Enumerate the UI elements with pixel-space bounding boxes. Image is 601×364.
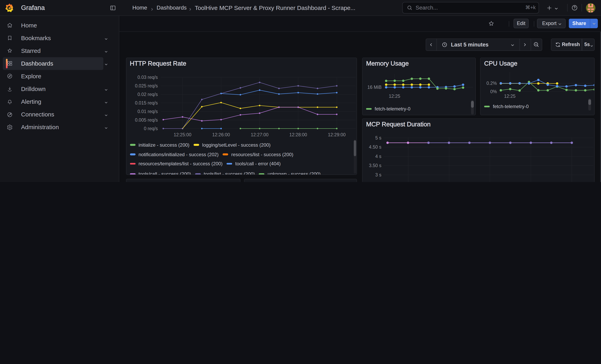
svg-text:12:28:00: 12:28:00 [289, 132, 307, 137]
svg-text:0%: 0% [490, 89, 497, 94]
svg-text:0.03 req/s: 0.03 req/s [137, 75, 158, 80]
svg-text:12:29:00: 12:29:00 [328, 132, 346, 137]
svg-text:3.50 s: 3.50 s [369, 163, 381, 168]
svg-text:0.02 req/s: 0.02 req/s [137, 92, 158, 97]
svg-text:0.015 req/s: 0.015 req/s [135, 100, 158, 106]
svg-text:5 s: 5 s [375, 135, 381, 140]
svg-text:12:26:00: 12:26:00 [212, 132, 230, 137]
svg-text:0.025 req/s: 0.025 req/s [135, 83, 158, 89]
svg-text:16 MiB: 16 MiB [367, 85, 381, 90]
svg-text:3 s: 3 s [375, 172, 381, 177]
svg-text:0.01 req/s: 0.01 req/s [137, 109, 158, 114]
svg-text:2.50 s: 2.50 s [369, 181, 381, 182]
svg-text:12:25: 12:25 [389, 94, 400, 99]
svg-text:4 s: 4 s [375, 154, 381, 159]
svg-text:0 req/s: 0 req/s [144, 126, 158, 131]
svg-text:12:27:00: 12:27:00 [250, 132, 269, 137]
svg-text:0.005 req/s: 0.005 req/s [135, 118, 158, 123]
svg-text:4.50 s: 4.50 s [369, 144, 381, 149]
svg-text:0.2%: 0.2% [487, 81, 497, 86]
svg-text:12:25:00: 12:25:00 [173, 132, 191, 137]
svg-text:12:25: 12:25 [504, 94, 516, 99]
